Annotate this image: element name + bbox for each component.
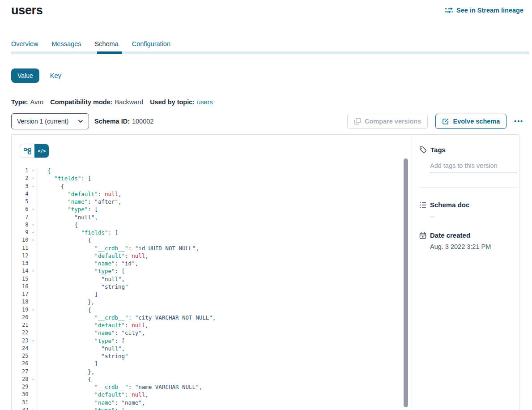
code-line: 23▾ "type": [ [12,337,412,345]
see-in-stream-lineage-link[interactable]: See in Stream lineage [445,7,523,14]
code-text: "type": [ [38,267,125,275]
line-number: 31 [12,399,28,406]
line-number: 11 [12,244,28,252]
key-toggle-button[interactable]: Key [50,72,61,79]
line-number: 28 [12,376,28,383]
date-created-value: Aug. 3 2022 3:21 PM [430,243,491,250]
fold-toggle-icon[interactable]: ▾ [28,175,38,182]
code-text: { [38,183,64,190]
code-text: "null", [38,345,125,352]
schema-id-value: 100002 [132,118,153,125]
active-tab-indicator [97,51,122,54]
edit-icon [442,118,449,125]
line-number: 27 [12,368,28,376]
code-text: "type": [ [38,406,125,410]
code-text: ] [38,290,98,298]
schema-id-label: Schema ID: [94,118,130,125]
value-toggle-button[interactable]: Value [11,68,39,83]
type-value: Avro [30,98,44,106]
tab-configuration[interactable]: Configuration [132,40,170,47]
editor-scrollbar[interactable] [404,158,408,407]
stream-lineage-icon [445,7,453,13]
code-line: 28▾ { [12,376,412,383]
code-text: "name": "after", [38,198,122,205]
editor-view-toggle: </> [20,144,49,158]
fold-spacer [28,275,38,283]
lineage-link-label: See in Stream lineage [456,7,523,14]
line-number: 6 [12,205,28,213]
evolve-schema-button[interactable]: Evolve schema [435,114,506,129]
code-line: 9▾ "fields": [ [12,229,412,236]
code-line: 1▾{ [12,167,412,175]
tab-schema[interactable]: Schema [95,40,119,47]
code-line: 15 "null", [12,275,412,283]
fold-spacer [28,290,38,298]
fold-toggle-icon[interactable]: ▾ [28,406,38,410]
tags-title: Tags [430,146,446,154]
line-number: 24 [12,345,28,352]
fold-toggle-icon[interactable]: ▾ [28,205,38,213]
more-options-icon[interactable]: ••• [514,118,523,125]
fold-toggle-icon[interactable]: ▾ [28,376,38,383]
tab-bar: Overview Messages Schema Configuration [11,40,170,47]
code-line: 7 "null", [12,214,412,221]
fold-toggle-icon[interactable]: ▾ [28,337,38,345]
code-text: "__crdb__": "id UUID NOT NULL", [38,244,199,252]
line-number: 19 [12,306,28,314]
fold-toggle-icon[interactable]: ▾ [28,229,38,236]
fold-spacer [28,329,38,337]
fold-spacer [28,391,38,398]
line-number: 20 [12,314,28,321]
calendar-plus-icon [419,232,426,239]
code-line: 20 "__crdb__": "city VARCHAR NOT NULL", [12,314,412,321]
code-line: 16 "string" [12,283,412,290]
code-line: 29 "__crdb__": "name VARCHAR NULL", [12,383,412,391]
fold-spacer [28,244,38,252]
fold-toggle-icon[interactable]: ▾ [28,221,38,229]
code-view-button[interactable]: </> [34,144,49,158]
line-number: 5 [12,198,28,205]
code-line: 21 "default": null, [12,321,412,329]
line-number: 1 [12,167,28,175]
schema-sidebar: Tags Schema doc -- [413,135,520,410]
tags-input[interactable] [430,159,517,172]
schema-code-editor[interactable]: </> 1▾{2▾ "fields": [3▾ {4 "default": nu… [12,135,412,410]
line-number: 18 [12,298,28,306]
line-number: 23 [12,337,28,345]
code-line: 14▾ "type": [ [12,267,412,275]
compatibility-value: Backward [115,98,144,106]
line-number: 21 [12,321,28,329]
fold-toggle-icon[interactable]: ▾ [28,236,38,244]
code-text: "name": "id", [38,260,138,267]
used-by-topic-link[interactable]: users [197,98,213,106]
line-number: 26 [12,360,28,367]
code-text: "fields": [ [38,229,118,236]
tab-overview[interactable]: Overview [11,40,38,47]
fold-toggle-icon[interactable]: ▾ [28,267,38,275]
fold-toggle-icon[interactable]: ▾ [28,183,38,190]
version-select[interactable]: Version 1 (current) [11,113,89,129]
tree-view-button[interactable] [20,144,34,158]
line-number: 25 [12,352,28,360]
evolve-schema-label: Evolve schema [453,118,500,125]
fold-spacer [28,399,38,406]
code-line: 31 "name": "name", [12,399,412,406]
tab-messages[interactable]: Messages [51,40,81,47]
code-line: 18 }, [12,298,412,306]
fold-toggle-icon[interactable]: ▾ [28,306,38,314]
code-text: ] [38,360,98,367]
line-number: 2 [12,175,28,182]
version-select-value: Version 1 (current) [17,118,68,125]
tab-underline-track [11,51,529,54]
fold-spacer [28,383,38,391]
schema-panel: </> 1▾{2▾ "fields": [3▾ {4 "default": nu… [11,134,519,410]
schema-doc-value: -- [430,213,434,220]
fold-toggle-icon[interactable]: ▾ [28,167,38,175]
compare-versions-button[interactable]: Compare versions [347,114,428,129]
code-text: { [38,306,91,314]
code-text: "string" [38,352,128,360]
code-text: "type": [ [38,205,98,213]
code-text: "__crdb__": "city VARCHAR NOT NULL", [38,314,216,321]
code-text: "fields": [ [38,175,91,182]
code-line: 12 "default": null, [12,252,412,260]
